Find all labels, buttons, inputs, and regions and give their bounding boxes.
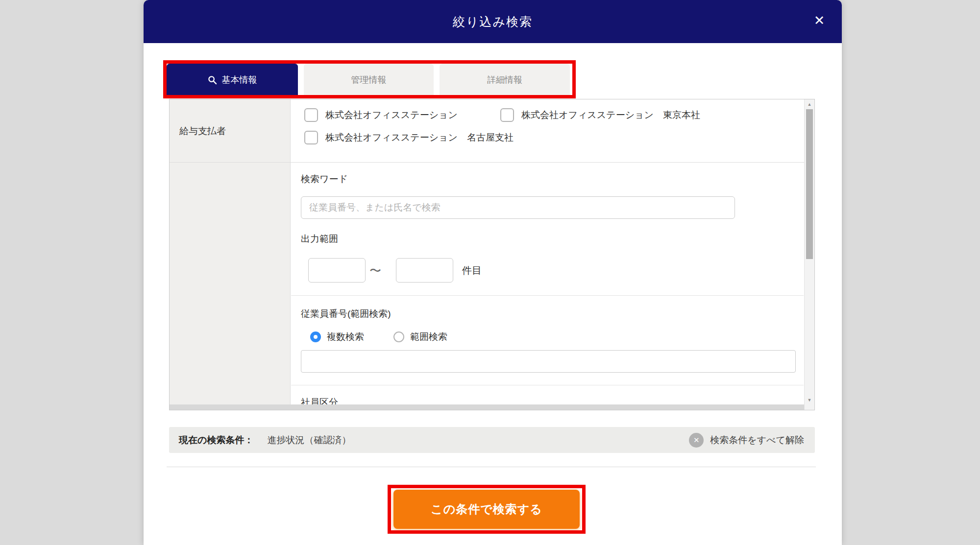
payer-option: 株式会社オフィスステーション (304, 108, 458, 122)
employee-number-input[interactable] (301, 350, 796, 373)
output-range-to-input[interactable] (396, 258, 453, 283)
radio-label: 複数検索 (327, 331, 364, 343)
horizontal-scrollbar[interactable] (170, 404, 804, 410)
current-conditions-bar: 現在の検索条件： 進捗状況（確認済） ✕ 検索条件をすべて解除 (169, 427, 815, 453)
payer-checkbox-label: 株式会社オフィスステーション 名古屋支社 (325, 131, 514, 144)
close-icon[interactable]: ✕ (809, 11, 829, 30)
tab-admin-info[interactable]: 管理情報 (304, 64, 434, 96)
range-unit-label: 件目 (462, 264, 482, 277)
search-word-input[interactable] (301, 196, 735, 219)
payer-checkbox-label: 株式会社オフィスステーション (325, 109, 458, 121)
search-word-label: 検索ワード (301, 173, 348, 186)
tab-label: 基本情報 (222, 74, 257, 86)
row-divider (170, 162, 804, 163)
payer-checkbox-label: 株式会社オフィスステーション 東京本社 (521, 109, 700, 121)
tab-label: 管理情報 (351, 74, 387, 86)
clear-all-conditions-button[interactable]: ✕ 検索条件をすべて解除 (689, 433, 804, 448)
current-conditions-value: 進捗状況（確認済） (267, 434, 351, 447)
payer-checkbox-1[interactable] (304, 108, 318, 122)
radio-label: 範囲検索 (410, 331, 447, 343)
payer-checkbox-2[interactable] (500, 108, 514, 122)
payer-option: 株式会社オフィスステーション 東京本社 (500, 108, 700, 122)
footer-divider (167, 467, 816, 467)
payer-option: 株式会社オフィスステーション 名古屋支社 (304, 131, 514, 144)
scroll-down-icon[interactable]: ▼ (805, 398, 814, 403)
payer-checkbox-3[interactable] (304, 131, 318, 144)
clear-circle-x-icon: ✕ (689, 433, 704, 448)
search-submit-button[interactable]: この条件で検索する (393, 490, 580, 529)
range-separator: 〜 (369, 263, 381, 279)
payer-row-label: 給与支払者 (179, 125, 226, 138)
section-divider (291, 385, 804, 385)
scroll-up-icon[interactable]: ▲ (805, 102, 814, 107)
radio-multi-search[interactable] (310, 332, 321, 342)
clear-all-conditions-label: 検索条件をすべて解除 (710, 434, 804, 447)
modal-title: 絞り込み検索 (144, 14, 842, 30)
row-label-column (170, 99, 291, 405)
tab-basic-info[interactable]: 基本情報 (167, 64, 298, 96)
radio-range-search[interactable] (393, 332, 404, 342)
filter-search-modal: 絞り込み検索 ✕ 基本情報 管理情報 詳細情報 給与支払者 株式会社オフィスステ… (144, 0, 842, 545)
output-range-label: 出力範囲 (301, 233, 338, 245)
scrollbar-thumb[interactable] (806, 109, 813, 259)
tab-detail-info[interactable]: 詳細情報 (440, 64, 570, 96)
vertical-scrollbar[interactable]: ▲ ▼ (804, 99, 814, 410)
filter-form-panel: 給与支払者 株式会社オフィスステーション 株式会社オフィスステーション 東京本社… (169, 99, 815, 410)
employee-number-label: 従業員番号(範囲検索) (301, 308, 391, 320)
tab-label: 詳細情報 (487, 74, 522, 86)
output-range-from-input[interactable] (308, 258, 366, 283)
section-divider (291, 295, 804, 296)
current-conditions-label: 現在の検索条件： (179, 434, 253, 447)
employee-number-radio-group: 複数検索 範囲検索 (310, 331, 447, 343)
search-icon (208, 75, 217, 85)
modal-header: 絞り込み検索 ✕ (144, 0, 842, 43)
